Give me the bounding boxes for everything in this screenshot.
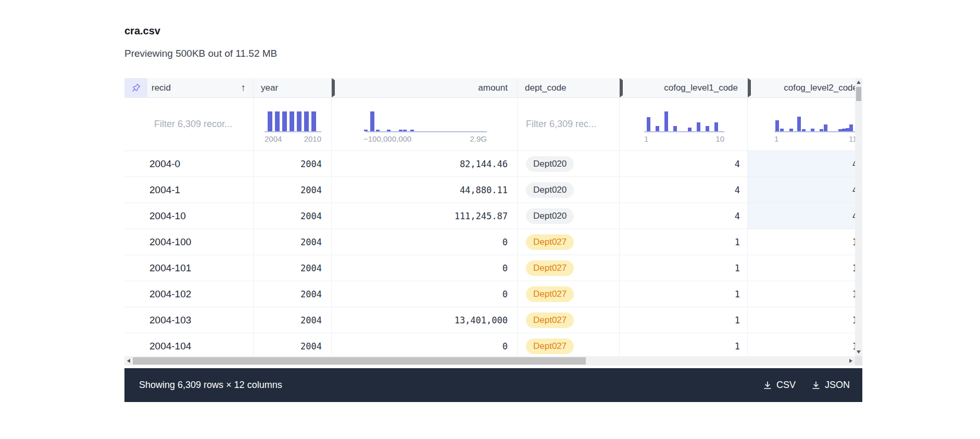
cell-year: 2004 bbox=[254, 151, 332, 177]
table-row: 2004-100 2004 0 Dept027 1 1 bbox=[124, 229, 862, 255]
table-header-row: recid ↑ year amount dept_code cofog_leve… bbox=[124, 78, 862, 98]
column-header-year[interactable]: year bbox=[254, 78, 332, 97]
table-body: 2004-0 2004 82,144.46 Dept020 4 4 2004-1… bbox=[124, 151, 862, 359]
cell-cofog-level1-code: 1 bbox=[620, 229, 748, 255]
cell-cofog-level1-code: 1 bbox=[620, 333, 748, 359]
dept-code-badge: Dept020 bbox=[526, 182, 574, 198]
cell-cofog-level2-code: 4 bbox=[748, 151, 862, 177]
column-label: amount bbox=[478, 83, 508, 93]
download-icon bbox=[763, 381, 772, 390]
cell-year: 2004 bbox=[254, 307, 332, 333]
table-row: 2004-1 2004 44,880.11 Dept020 4 4 bbox=[124, 177, 862, 203]
column-header-dept-code[interactable]: dept_code bbox=[518, 78, 620, 97]
table-row: 2004-0 2004 82,144.46 Dept020 4 4 bbox=[124, 151, 862, 177]
column-label: cofog_level1_code bbox=[664, 83, 738, 93]
dept-code-badge: Dept027 bbox=[526, 338, 574, 354]
cell-dept-code: Dept020 bbox=[518, 151, 620, 177]
cell-cofog-level1-code: 1 bbox=[620, 307, 748, 333]
column-label: cofog_level2_code bbox=[784, 83, 858, 93]
cell-dept-code: Dept020 bbox=[518, 203, 620, 229]
column-header-cofog-level2-code[interactable]: cofog_level2_code bbox=[748, 78, 862, 97]
cell-amount: 82,144.46 bbox=[332, 151, 518, 177]
table-row: 2004-102 2004 0 Dept027 1 1 bbox=[124, 281, 862, 307]
scroll-down-arrow-icon[interactable] bbox=[857, 350, 861, 354]
download-csv-button[interactable]: CSV bbox=[763, 380, 796, 391]
cell-dept-code: Dept027 bbox=[518, 307, 620, 333]
cell-cofog-level2-code: 1 bbox=[748, 281, 862, 307]
cell-year: 2004 bbox=[254, 177, 332, 203]
cell-amount: 111,245.87 bbox=[332, 203, 518, 229]
cell-amount: 0 bbox=[332, 333, 518, 359]
cell-amount: 0 bbox=[332, 229, 518, 255]
cell-cofog-level2-code: 1 bbox=[748, 307, 862, 333]
cell-cofog-level2-code: 4 bbox=[748, 177, 862, 203]
column-label: recid bbox=[152, 83, 241, 93]
cell-dept-code: Dept020 bbox=[518, 177, 620, 203]
cell-amount: 0 bbox=[332, 255, 518, 281]
cell-cofog-level1-code: 1 bbox=[620, 281, 748, 307]
dept-code-badge: Dept027 bbox=[526, 312, 574, 328]
filter-cell-year: 20042010 bbox=[254, 98, 332, 150]
cell-recid: 2004-102 bbox=[124, 281, 254, 307]
year-histogram[interactable]: 20042010 bbox=[254, 98, 331, 150]
cell-cofog-level2-code: 1 bbox=[748, 333, 862, 359]
cell-cofog-level2-code: 4 bbox=[748, 203, 862, 229]
horizontal-scrollbar[interactable] bbox=[124, 356, 855, 366]
table-row: 2004-101 2004 0 Dept027 1 1 bbox=[124, 255, 862, 281]
filter-row: 20042010 −100,000,0002.9G 110 111 bbox=[124, 98, 862, 151]
status-bar: Showing 6,309 rows × 12 columns CSV JSON bbox=[124, 368, 862, 402]
cell-recid: 2004-104 bbox=[124, 333, 254, 359]
column-header-amount[interactable]: amount bbox=[332, 78, 518, 97]
cell-year: 2004 bbox=[254, 229, 332, 255]
sort-ascending-icon[interactable]: ↑ bbox=[241, 82, 246, 94]
dept-code-badge: Dept027 bbox=[526, 286, 574, 302]
filter-cell-cofog-level1: 110 bbox=[620, 98, 748, 150]
cell-recid: 2004-100 bbox=[124, 229, 254, 255]
download-json-button[interactable]: JSON bbox=[811, 380, 850, 391]
preview-size-info: Previewing 500KB out of 11.52 MB bbox=[124, 48, 277, 59]
amount-histogram[interactable]: −100,000,0002.9G bbox=[332, 98, 517, 150]
horizontal-scrollbar-thumb[interactable] bbox=[133, 357, 586, 365]
cell-cofog-level2-code: 1 bbox=[748, 229, 862, 255]
pin-icon[interactable] bbox=[124, 78, 147, 98]
table-row: 2004-104 2004 0 Dept027 1 1 bbox=[124, 333, 862, 359]
column-header-cofog-level1-code[interactable]: cofog_level1_code bbox=[620, 78, 748, 97]
cell-amount: 0 bbox=[332, 281, 518, 307]
scroll-right-arrow-icon[interactable] bbox=[849, 359, 852, 363]
cell-dept-code: Dept027 bbox=[518, 281, 620, 307]
vertical-scrollbar[interactable] bbox=[855, 78, 862, 356]
scroll-up-arrow-icon[interactable] bbox=[857, 81, 861, 84]
scrollbar-corner bbox=[855, 356, 862, 366]
filter-cell-cofog-level2: 111 bbox=[748, 98, 862, 150]
cell-cofog-level2-code: 1 bbox=[748, 255, 862, 281]
download-icon bbox=[811, 381, 821, 390]
cell-year: 2004 bbox=[254, 281, 332, 307]
recid-filter-input[interactable] bbox=[124, 98, 253, 150]
cell-recid: 2004-101 bbox=[124, 255, 254, 281]
column-header-recid[interactable]: recid ↑ bbox=[124, 78, 254, 97]
table-row: 2004-103 2004 13,401,000 Dept027 1 1 bbox=[124, 307, 862, 333]
table-row: 2004-10 2004 111,245.87 Dept020 4 4 bbox=[124, 203, 862, 229]
cell-amount: 13,401,000 bbox=[332, 307, 518, 333]
cell-year: 2004 bbox=[254, 333, 332, 359]
dept-code-filter-input[interactable] bbox=[518, 98, 619, 150]
cell-recid: 2004-0 bbox=[124, 151, 254, 177]
filter-cell-amount: −100,000,0002.9G bbox=[332, 98, 518, 150]
dept-code-badge: Dept027 bbox=[526, 234, 574, 250]
dept-code-badge: Dept020 bbox=[526, 156, 574, 172]
cell-year: 2004 bbox=[254, 255, 332, 281]
row-column-count: Showing 6,309 rows × 12 columns bbox=[139, 380, 747, 391]
column-label: dept_code bbox=[525, 83, 566, 93]
cell-dept-code: Dept027 bbox=[518, 229, 620, 255]
cell-recid: 2004-1 bbox=[124, 177, 254, 203]
cell-dept-code: Dept027 bbox=[518, 333, 620, 359]
cell-recid: 2004-103 bbox=[124, 307, 254, 333]
scroll-left-arrow-icon[interactable] bbox=[127, 359, 130, 363]
filter-cell-recid bbox=[124, 98, 254, 150]
file-title: cra.csv bbox=[124, 25, 160, 37]
cell-cofog-level1-code: 4 bbox=[620, 177, 748, 203]
cofog-level1-histogram[interactable]: 110 bbox=[620, 98, 747, 150]
cofog-level2-histogram[interactable]: 111 bbox=[748, 98, 862, 150]
cell-year: 2004 bbox=[254, 203, 332, 229]
vertical-scrollbar-thumb[interactable] bbox=[856, 87, 861, 101]
